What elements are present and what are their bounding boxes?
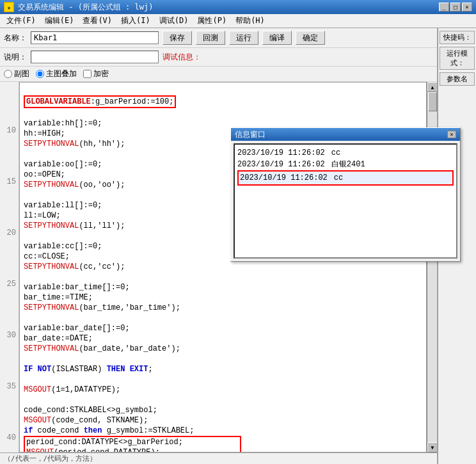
menu-help[interactable]: 帮助(H) xyxy=(232,14,269,28)
status-bar: （/代表一，/代码为，方法） xyxy=(0,452,437,464)
scroll-thumb[interactable] xyxy=(428,92,437,111)
dialog-title-text: 信息窗口 xyxy=(235,129,266,140)
status-text: （/代表一，/代码为，方法） xyxy=(4,454,97,463)
dialog-value-3: cc xyxy=(334,172,343,184)
menu-debug[interactable]: 调试(D) xyxy=(155,14,193,28)
minimize-button[interactable]: _ xyxy=(439,3,449,12)
dialog-value-2: 白银2401 xyxy=(331,159,365,170)
run-mode-label[interactable]: 运行模式： xyxy=(440,47,475,70)
desc-label: 说明： xyxy=(4,52,27,63)
scroll-up-button[interactable]: ▲ xyxy=(427,82,437,92)
dialog-row-3-highlighted: 2023/10/19 11:26:02 cc xyxy=(237,170,454,186)
title-bar: ★ 交易系统编辑 - (所属公式组 : lwj) _ □ × xyxy=(0,0,476,14)
debug-label: 调试信息： xyxy=(163,52,201,63)
dialog-title-bar: 信息窗口 × xyxy=(231,128,460,141)
confirm-button[interactable]: 确定 xyxy=(296,31,325,45)
mainchart-radio[interactable]: 主图叠加 xyxy=(36,68,77,79)
desc-input[interactable] xyxy=(31,51,159,63)
encrypt-checkbox[interactable]: 加密 xyxy=(83,68,109,79)
scroll-down-button[interactable]: ▼ xyxy=(427,442,437,452)
dialog-body: 2023/10/19 11:26:02 cc 2023/10/19 11:26:… xyxy=(234,143,457,259)
main-window: 名称： 保存 回测 运行 编译 确定 说明： 调试信息： 副图 主图叠加 xyxy=(0,28,476,464)
title-bar-left: ★ 交易系统编辑 - (所属公式组 : lwj) xyxy=(4,2,153,13)
form-row-name: 名称： 保存 回测 运行 编译 确定 xyxy=(0,28,437,48)
param-name-label[interactable]: 参数名 xyxy=(440,72,475,86)
options-row: 副图 主图叠加 加密 xyxy=(0,67,437,82)
menu-view[interactable]: 查看(V) xyxy=(79,14,116,28)
subchart-radio[interactable]: 副图 xyxy=(4,68,29,79)
menu-file[interactable]: 文件(F) xyxy=(3,14,40,28)
window-title: 交易系统编辑 - (所属公式组 : lwj) xyxy=(18,2,153,13)
info-dialog: 信息窗口 × 2023/10/19 11:26:02 cc 2023/10/19… xyxy=(230,127,461,262)
window-controls[interactable]: _ □ × xyxy=(439,3,472,12)
app-icon: ★ xyxy=(4,2,14,12)
save-button[interactable]: 保存 xyxy=(163,31,192,45)
revert-button[interactable]: 回测 xyxy=(196,31,225,45)
menu-insert[interactable]: 插入(I) xyxy=(117,14,154,28)
dialog-row-1: 2023/10/19 11:26:02 cc xyxy=(237,147,454,159)
quick-code-label[interactable]: 快捷码： xyxy=(440,31,475,44)
name-label: 名称： xyxy=(4,33,27,44)
dialog-close-button[interactable]: × xyxy=(447,131,456,138)
dialog-timestamp-1: 2023/10/19 11:26:02 xyxy=(237,147,325,159)
run-button[interactable]: 运行 xyxy=(229,31,258,45)
dialog-timestamp-3: 2023/10/19 11:26:02 xyxy=(240,172,328,184)
dialog-row-2: 2023/10/19 11:26:02 白银2401 xyxy=(237,159,454,170)
menu-property[interactable]: 属性(P) xyxy=(193,14,230,28)
maximize-button[interactable]: □ xyxy=(450,3,461,12)
dialog-value-1: cc xyxy=(331,147,340,159)
close-button[interactable]: × xyxy=(462,3,472,12)
compile-button[interactable]: 编译 xyxy=(262,31,292,45)
dialog-timestamp-2: 2023/10/19 11:26:02 xyxy=(237,159,325,170)
menu-bar: 文件(F) 编辑(E) 查看(V) 插入(I) 调试(D) 属性(P) 帮助(H… xyxy=(0,14,476,28)
line-numbers: 10 15 20 25 xyxy=(0,82,19,452)
name-input[interactable] xyxy=(31,31,159,44)
menu-edit[interactable]: 编辑(E) xyxy=(41,14,78,28)
form-row-desc: 说明： 调试信息： xyxy=(0,48,437,67)
